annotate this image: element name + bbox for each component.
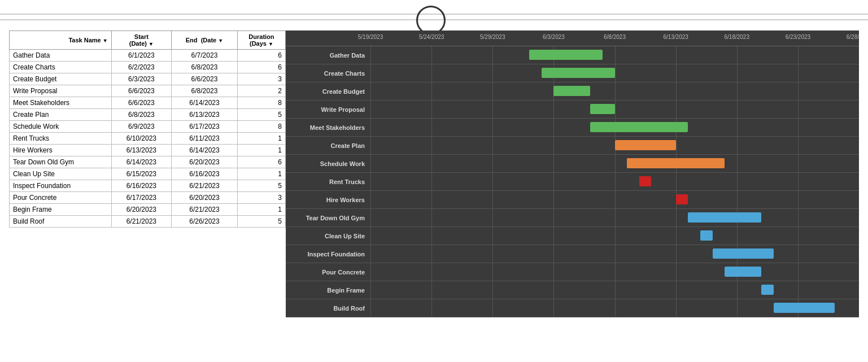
gantt-grid-line [431, 263, 432, 281]
task-end-cell: 6/11/2023 [172, 133, 238, 145]
task-duration-cell: 5 [237, 109, 285, 121]
gantt-axis-tick: 6/3/2023 [543, 34, 565, 40]
gantt-grid-line [553, 191, 554, 209]
col-header-end[interactable]: End (Date ▼ [172, 31, 238, 50]
gantt-grid-line [798, 137, 799, 155]
header-divider [0, 14, 868, 15]
task-duration-cell: 1 [237, 168, 285, 180]
gantt-grid-line [492, 101, 493, 119]
gantt-grid-line [615, 281, 616, 299]
task-name-cell: Pour Concrete [10, 192, 112, 204]
task-end-cell: 6/26/2023 [172, 216, 238, 228]
col-header-start[interactable]: Start(Date) ▼ [111, 31, 171, 50]
gantt-bar-area [370, 209, 859, 227]
gantt-bar [529, 50, 603, 60]
task-duration-cell: 5 [237, 216, 285, 228]
task-start-cell: 6/13/2023 [111, 145, 171, 156]
gantt-rows: Gather DataCreate ChartsCreate BudgetWri… [286, 46, 859, 317]
gantt-grid-line [492, 46, 493, 64]
gantt-grid-line [492, 245, 493, 263]
gantt-row-label: Tear Down Old Gym [286, 215, 370, 221]
col-header-task[interactable]: Task Name ▼ [10, 31, 112, 50]
task-end-cell: 6/14/2023 [172, 97, 238, 109]
gantt-grid-line [492, 263, 493, 281]
gantt-grid-line [553, 155, 554, 173]
gantt-grid-line [370, 155, 371, 173]
gantt-row-label: Clean Up Site [286, 233, 370, 239]
gantt-grid-line [676, 82, 677, 101]
table-row: Pour Concrete 6/17/2023 6/20/2023 3 [10, 192, 286, 204]
gantt-grid-line [370, 137, 371, 155]
table-row: Create Plan 6/8/2023 6/13/2023 5 [10, 109, 286, 121]
header-divider2 [0, 19, 868, 20]
task-end-cell: 6/13/2023 [172, 109, 238, 121]
gantt-row: Clean Up Site [286, 227, 859, 245]
filter-icon-task[interactable]: ▼ [103, 38, 108, 43]
filter-icon-start[interactable]: ▼ [149, 41, 154, 47]
task-start-cell: 6/20/2023 [111, 204, 171, 216]
gantt-grid-line [553, 227, 554, 245]
task-duration-cell: 1 [237, 145, 285, 156]
gantt-grid-line [370, 209, 371, 227]
gantt-grid-line [370, 119, 371, 137]
task-name-cell: Schedule Work [10, 121, 112, 133]
gantt-grid-line [370, 245, 371, 263]
gantt-grid-line [798, 46, 799, 64]
gantt-grid-line [737, 227, 738, 245]
col-header-duration[interactable]: Duration(Days ▼ [237, 31, 285, 50]
filter-icon-end[interactable]: ▼ [218, 38, 223, 43]
table-row: Schedule Work 6/9/2023 6/17/2023 8 [10, 121, 286, 133]
gantt-axis-tick: 5/29/2023 [480, 34, 505, 40]
gantt-bar-area [370, 82, 859, 101]
gantt-row-label: Begin Frame [286, 287, 370, 294]
gantt-grid-line [615, 263, 616, 281]
gantt-grid-line [676, 299, 677, 317]
gantt-bar-area [370, 191, 859, 209]
task-duration-cell: 6 [237, 62, 285, 73]
gantt-inner: 5/19/20235/24/20235/29/20236/3/20236/8/2… [286, 30, 859, 317]
task-start-cell: 6/8/2023 [111, 109, 171, 121]
task-end-cell: 6/16/2023 [172, 168, 238, 180]
gantt-grid-line [431, 245, 432, 263]
filter-icon-dur[interactable]: ▼ [268, 41, 273, 47]
gantt-grid-line [737, 64, 738, 82]
gantt-grid-line [431, 155, 432, 173]
gantt-bar [713, 248, 774, 259]
gantt-grid-line [370, 227, 371, 245]
table-row: Begin Frame 6/20/2023 6/21/2023 1 [10, 204, 286, 216]
task-duration-cell: 6 [237, 50, 285, 62]
gantt-bar-area [370, 299, 859, 317]
gantt-grid-line [615, 101, 616, 119]
gantt-grid-line [431, 64, 432, 82]
gantt-grid-line [676, 173, 677, 191]
task-name-cell: Create Charts [10, 62, 112, 73]
gantt-grid-line [431, 173, 432, 191]
task-duration-cell: 6 [237, 156, 285, 168]
table-row: Build Roof 6/21/2023 6/26/2023 5 [10, 216, 286, 228]
gantt-grid-line [370, 82, 371, 101]
task-start-cell: 6/21/2023 [111, 216, 171, 228]
table-row: Tear Down Old Gym 6/14/2023 6/20/2023 6 [10, 156, 286, 168]
gantt-grid-line [370, 46, 371, 64]
table-row: Inspect Foundation 6/16/2023 6/21/2023 5 [10, 180, 286, 192]
gantt-bar-area [370, 64, 859, 82]
gantt-grid-line [798, 245, 799, 263]
gantt-bar [590, 104, 614, 114]
gantt-bar [761, 285, 774, 295]
gantt-bar [688, 212, 761, 223]
task-duration-cell: 1 [237, 204, 285, 216]
gantt-grid-line [431, 82, 432, 101]
gantt-grid-line [370, 263, 371, 281]
task-start-cell: 6/10/2023 [111, 133, 171, 145]
gantt-grid-line [370, 299, 371, 317]
gantt-grid-line [370, 64, 371, 82]
gantt-row: Create Plan [286, 137, 859, 155]
task-end-cell: 6/8/2023 [172, 85, 238, 97]
gantt-grid-line [676, 46, 677, 64]
gantt-grid-line [798, 119, 799, 137]
gantt-bar-area [370, 245, 859, 263]
task-start-cell: 6/6/2023 [111, 85, 171, 97]
gantt-row-label: Hire Workers [286, 197, 370, 203]
gantt-bar-area [370, 263, 859, 281]
task-end-cell: 6/20/2023 [172, 192, 238, 204]
